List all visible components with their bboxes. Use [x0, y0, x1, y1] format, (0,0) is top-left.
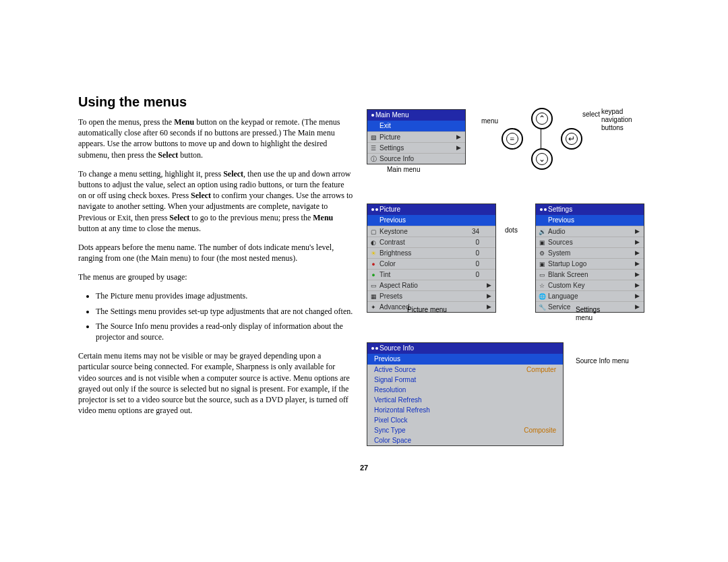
menu-row-system: ⚙System▶: [536, 247, 644, 258]
row-value: 0: [475, 270, 479, 279]
enter-icon: ↵: [566, 133, 578, 145]
info-row-sync-type: Sync TypeComposite: [367, 425, 563, 435]
paragraph-2: To change a menu setting, highlight it, …: [78, 168, 353, 234]
caption-settings: Settings menu: [576, 306, 616, 322]
bold: Menu: [313, 213, 333, 222]
row-label: Previous: [374, 355, 400, 363]
row-value: 0: [475, 238, 479, 247]
advanced-icon: ✦: [370, 303, 377, 310]
row-label: Tint: [380, 271, 390, 278]
info-row-color-space: Color Space: [367, 435, 563, 445]
chevron-right-icon: ▶: [487, 292, 491, 301]
header-text: Main Menu: [375, 111, 408, 119]
menu-row-audio: 🔊Audio▶: [536, 226, 644, 237]
row-label: Audio: [548, 228, 566, 235]
menu-header: Main Menu: [367, 110, 465, 121]
row-label: Exit: [380, 122, 391, 129]
paragraph-3: Dots appears before the menu name. The n…: [78, 242, 353, 263]
row-label: Pixel Clock: [374, 416, 407, 424]
row-label: Color: [380, 260, 396, 268]
row-label: Settings: [380, 144, 404, 152]
row-label: Vertical Refresh: [374, 396, 422, 404]
row-label: Previous: [548, 216, 574, 224]
sourceinfo-menu-screenshot: Source Info Previous Active SourceComput…: [367, 342, 564, 446]
paragraph-1: To open the menus, press the Menu button…: [78, 117, 353, 160]
menu-button: ≡: [502, 128, 523, 150]
bold: Select: [169, 213, 189, 222]
menu-row-blankscreen: ▭Blank Screen▶: [536, 269, 644, 280]
menu-header: Source Info: [367, 343, 563, 354]
menu-header: Settings: [536, 204, 644, 215]
service-icon: 🔧: [539, 303, 545, 310]
header-text: Source Info: [380, 344, 414, 352]
row-label: Blank Screen: [548, 271, 588, 278]
text: To open the menus, press the: [78, 117, 174, 127]
chevron-right-icon: ▶: [635, 303, 640, 311]
caption-select: select: [582, 111, 600, 118]
menu-row-color: ●Color0: [367, 258, 495, 269]
row-label: Previous: [380, 216, 406, 224]
menu-row-previous: Previous: [367, 215, 495, 226]
blankscreen-icon: ▭: [539, 271, 545, 278]
row-value: 34: [472, 227, 479, 236]
list-item: The Picture menu provides image adjustme…: [96, 290, 353, 301]
bullet-list: The Picture menu provides image adjustme…: [78, 290, 353, 342]
contrast-icon: ◐: [370, 239, 377, 245]
bold: Select: [191, 191, 211, 200]
menu-row-previous: Previous: [536, 215, 644, 226]
text: button.: [178, 150, 203, 160]
chevron-right-icon: ▶: [456, 144, 461, 152]
bold: Select: [158, 150, 178, 160]
caption-picture: Picture menu: [407, 306, 448, 314]
row-label: Presets: [380, 292, 402, 300]
text: button at any time to close the menus.: [78, 224, 201, 233]
header-text: Settings: [548, 206, 572, 213]
paragraph-4: The menus are grouped by usage:: [78, 272, 353, 282]
menu-row-keystone: ▢Keystone34: [367, 226, 495, 237]
row-value: 0: [475, 259, 479, 268]
menu-row-startuplogo: ▣Startup Logo▶: [536, 258, 644, 269]
row-label: Advanced: [380, 303, 409, 311]
row-value: Computer: [526, 365, 556, 374]
row-label: Custom Key: [548, 282, 584, 289]
bold: Menu: [174, 117, 194, 127]
info-icon: ⓘ: [370, 155, 377, 162]
chevron-right-icon: ▶: [635, 238, 640, 247]
picture-icon: ▧: [370, 133, 377, 140]
chevron-up-icon: ⌃: [536, 113, 548, 125]
caption-keypad: keypad navigation buttons: [601, 108, 655, 132]
menu-row-settings: ☰Settings▶: [367, 142, 465, 153]
row-label: System: [548, 249, 570, 257]
bold: Select: [223, 169, 243, 179]
row-label: Service: [548, 303, 570, 311]
menu-row-sourceinfo: ⓘSource Info: [367, 153, 465, 164]
row-label: Keystone: [380, 228, 408, 235]
chevron-right-icon: ▶: [487, 303, 491, 311]
presets-icon: ▦: [370, 292, 377, 299]
connector-line: [541, 129, 541, 148]
menu-row-picture: ▧Picture▶: [367, 131, 465, 142]
row-label: Language: [548, 292, 578, 300]
menu-icon: ≡: [506, 133, 518, 145]
menu-row-brightness: ☀Brightness0: [367, 247, 495, 258]
menu-row-previous: Previous: [367, 354, 563, 365]
menu-row-presets: ▦Presets▶: [367, 290, 495, 301]
info-row-active-source: Active SourceComputer: [367, 365, 563, 375]
row-label: Color Space: [374, 437, 411, 444]
keystone-icon: ▢: [370, 228, 377, 235]
settings-icon: ☰: [370, 144, 377, 151]
chevron-right-icon: ▶: [635, 227, 640, 236]
menu-row-contrast: ◐Contrast0: [367, 237, 495, 247]
info-row-resolution: Resolution: [367, 385, 563, 395]
row-label: Resolution: [374, 386, 406, 394]
info-row-pixel-clock: Pixel Clock: [367, 415, 563, 425]
settings-menu-screenshot: Settings Previous 🔊Audio▶ ▣Sources▶ ⚙Sys…: [535, 204, 644, 313]
caption-sourceinfo: Source Info menu: [576, 357, 629, 365]
menu-header: Picture: [367, 204, 495, 215]
caption-menu: menu: [481, 117, 498, 125]
info-row-horizontal-refresh: Horizontal Refresh: [367, 405, 563, 415]
row-label: Startup Logo: [548, 260, 586, 268]
row-value: 0: [475, 249, 479, 257]
menu-row-tint: ●Tint0: [367, 269, 495, 280]
audio-icon: 🔊: [539, 228, 545, 235]
